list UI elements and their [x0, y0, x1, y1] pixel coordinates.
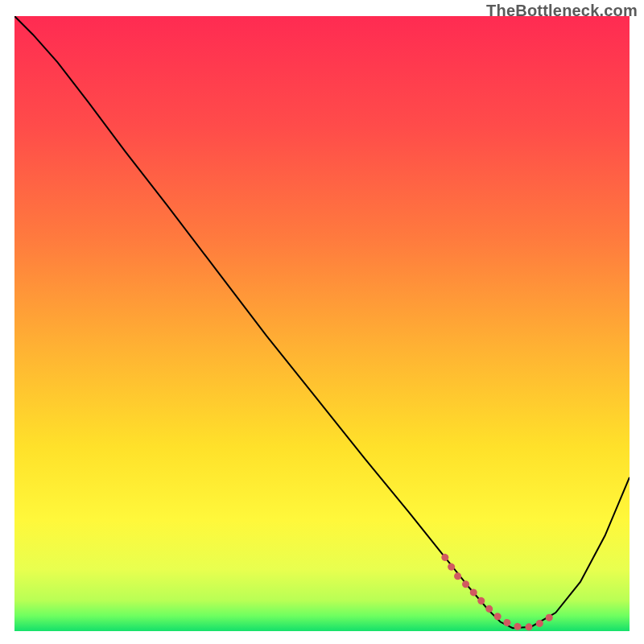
chart-svg [14, 16, 630, 631]
plot-area [14, 16, 630, 631]
chart-root: TheBottleneck.com [0, 0, 644, 644]
watermark-text: TheBottleneck.com [486, 2, 638, 20]
gradient-background [14, 16, 630, 631]
